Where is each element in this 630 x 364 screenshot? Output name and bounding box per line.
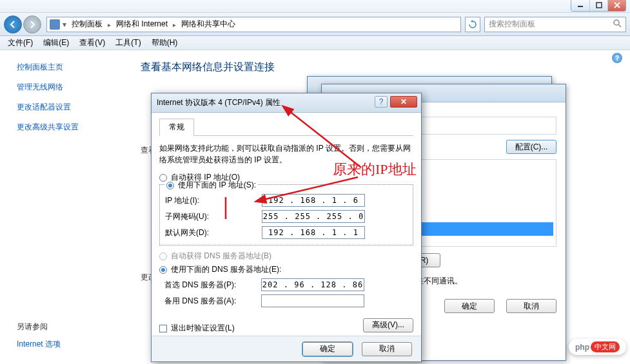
validate-checkbox[interactable]: [159, 325, 167, 332]
ok-button[interactable]: 确定: [444, 299, 495, 313]
sidebar-adapter[interactable]: 更改适配器设置: [17, 102, 117, 113]
nav-forward-button[interactable]: [23, 15, 41, 34]
menu-tools[interactable]: 工具(T): [110, 35, 146, 50]
advanced-button[interactable]: 高级(V)...: [363, 318, 413, 332]
window-controls: [571, 0, 626, 12]
menu-file[interactable]: 文件(F): [3, 35, 38, 50]
breadcrumb-seg[interactable]: 网络和 Internet: [113, 17, 170, 31]
address-bar[interactable]: ▾ 控制面板 网络和 Internet 网络和共享中心: [46, 17, 461, 32]
svg-rect-1: [596, 3, 602, 8]
breadcrumb-seg[interactable]: 网络和共享中心: [179, 17, 238, 31]
close-button[interactable]: ✕: [390, 96, 417, 108]
menu-bar: 文件(F) 编辑(E) 查看(V) 工具(T) 帮助(H): [0, 36, 630, 50]
tab-general[interactable]: 常规: [159, 119, 194, 136]
configure-button[interactable]: 配置(C)...: [506, 140, 556, 154]
alternate-dns-input[interactable]: [261, 294, 364, 307]
mask-label: 子网掩码(U):: [165, 211, 262, 222]
gateway-label: 默认网关(D):: [165, 227, 262, 238]
sidebar: 控制面板主页 管理无线网络 更改适配器设置 更改高级共享设置 另请参阅 Inte…: [0, 50, 129, 364]
cancel-button[interactable]: 取消: [506, 299, 556, 313]
help-icon[interactable]: ?: [612, 53, 622, 63]
page-title: 查看基本网络信息并设置连接: [141, 61, 618, 74]
dialog-title: Internet 协议版本 4 (TCP/IPv4) 属性: [157, 97, 281, 108]
minimize-button[interactable]: [571, 0, 589, 11]
maximize-button[interactable]: [589, 0, 607, 11]
breadcrumb-seg[interactable]: 控制面板: [69, 17, 105, 31]
help-button[interactable]: ?: [375, 96, 388, 108]
watermark: php 中文网: [569, 339, 626, 355]
radio-use-dns[interactable]: [159, 266, 167, 274]
menu-help[interactable]: 帮助(H): [146, 35, 183, 50]
search-icon: [613, 19, 622, 30]
sidebar-see-also: 另请参阅: [17, 321, 61, 332]
ok-button[interactable]: 确定: [302, 342, 353, 356]
dns2-label: 备用 DNS 服务器(A):: [164, 296, 261, 307]
control-panel-icon: [50, 19, 60, 30]
menu-view[interactable]: 查看(V): [74, 35, 110, 50]
ip-address-input[interactable]: 192 . 168 . 1 . 6: [262, 194, 365, 207]
radio-auto-ip[interactable]: [159, 174, 167, 182]
svg-line-5: [618, 24, 621, 27]
sidebar-inet-options[interactable]: Internet 选项: [17, 339, 61, 350]
radio-auto-dns: [159, 253, 167, 260]
svg-point-4: [614, 20, 619, 25]
close-button[interactable]: [607, 0, 625, 11]
sidebar-advshare[interactable]: 更改高级共享设置: [17, 122, 117, 133]
dns1-label: 首选 DNS 服务器(P):: [164, 280, 261, 291]
search-input[interactable]: 搜索控制面板: [484, 17, 626, 32]
nav-back-button[interactable]: [4, 15, 22, 34]
menu-edit[interactable]: 编辑(E): [38, 35, 74, 50]
annotation-text: 原来的IP地址: [333, 160, 417, 179]
ipv4-properties-dialog: Internet 协议版本 4 (TCP/IPv4) 属性 ? ✕ 常规 如果网…: [151, 93, 422, 362]
refresh-button[interactable]: [465, 17, 480, 32]
nav-bar: ▾ 控制面板 网络和 Internet 网络和共享中心 搜索控制面板: [0, 13, 630, 36]
sidebar-home[interactable]: 控制面板主页: [17, 62, 117, 73]
sidebar-wireless[interactable]: 管理无线网络: [17, 82, 117, 93]
watermark-php: php: [575, 343, 589, 352]
preferred-dns-input[interactable]: 202 . 96 . 128 . 86: [261, 278, 364, 291]
window-titlebar: [0, 0, 630, 13]
cancel-button[interactable]: 取消: [362, 342, 412, 356]
radio-use-ip[interactable]: [166, 182, 174, 189]
search-placeholder: 搜索控制面板: [489, 19, 535, 30]
default-gateway-input[interactable]: 192 . 168 . 1 . 1: [262, 226, 365, 239]
watermark-cn: 中文网: [591, 341, 620, 352]
ip-label: IP 地址(I):: [165, 195, 262, 206]
subnet-mask-input[interactable]: 255 . 255 . 255 . 0: [262, 210, 365, 223]
